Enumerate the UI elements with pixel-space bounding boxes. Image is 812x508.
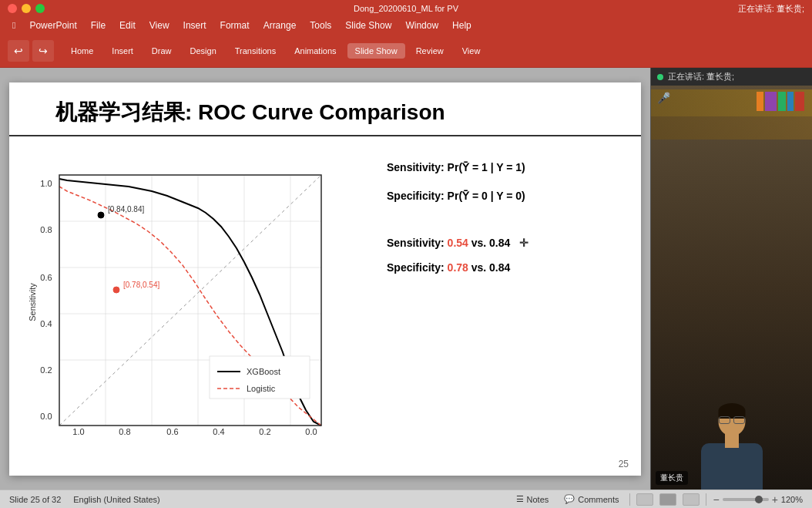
document-title: Dong_20200610_ML for PV	[354, 4, 458, 13]
svg-text:0.6: 0.6	[40, 273, 52, 282]
traffic-lights	[8, 4, 45, 13]
menu-tools[interactable]: Tools	[304, 19, 337, 32]
redo-button[interactable]: ↪	[32, 40, 54, 62]
close-button[interactable]	[8, 4, 17, 13]
tab-insert[interactable]: Insert	[104, 43, 141, 59]
tab-animations[interactable]: Animations	[287, 43, 344, 59]
menu-help[interactable]: Help	[446, 19, 478, 32]
zoom-thumb	[755, 496, 763, 503]
minimize-button[interactable]	[22, 4, 31, 13]
slide-info: Slide 25 of 32	[9, 495, 61, 504]
video-background	[651, 86, 812, 489]
svg-text:[0.78,0.54]: [0.78,0.54]	[123, 281, 159, 289]
zoom-controls: − + 120%	[713, 493, 803, 506]
tab-home[interactable]: Home	[63, 43, 101, 59]
video-frame: 董长贵 🎤	[651, 86, 812, 489]
slide-body: 1.0 0.8 0.6 0.4 0.2 0.0 1.0 0.8 0.6 0.4 …	[9, 144, 641, 441]
menu-slideshow[interactable]: Slide Show	[339, 19, 398, 32]
menu-bar:  PowerPoint File Edit View Insert Forma…	[0, 17, 812, 34]
normal-view-button[interactable]	[636, 493, 653, 506]
slide-area: 机器学习结果: ROC Curve Comparison 1.0 0.8 0.6…	[0, 68, 650, 489]
status-right-area: ☰ Notes 💬 Comments − + 120%	[512, 493, 803, 506]
svg-text:0.8: 0.8	[119, 427, 130, 436]
svg-text:0.2: 0.2	[40, 365, 52, 375]
tab-view[interactable]: View	[455, 43, 488, 59]
notes-icon: ☰	[516, 494, 524, 504]
tab-review[interactable]: Review	[408, 43, 451, 59]
menu-powerpoint[interactable]: PowerPoint	[23, 19, 82, 32]
zoom-level: 120%	[781, 495, 803, 504]
cursor-icon: ✛	[519, 237, 528, 249]
sensitivity-formula: Sensitivity: Pr(Ȳ = 1 | Y = 1)	[387, 160, 618, 176]
comments-button[interactable]: 💬 Comments	[559, 493, 623, 505]
zoom-out-button[interactable]: −	[713, 493, 719, 506]
slide-number: 25	[619, 459, 629, 469]
slide-canvas: 机器学习结果: ROC Curve Comparison 1.0 0.8 0.6…	[9, 82, 641, 476]
video-panel: 正在讲话: 董长贵;	[650, 68, 812, 489]
svg-text:0.0: 0.0	[40, 412, 52, 421]
divider2	[706, 493, 706, 506]
menu-edit[interactable]: Edit	[113, 19, 142, 32]
tab-draw[interactable]: Draw	[144, 43, 180, 59]
speaking-status-text: 正在讲话: 董长贵;	[668, 71, 734, 82]
slide-title: 机器学习结果: ROC Curve Comparison	[9, 82, 641, 136]
sensitivity-metric: Sensitivity: 0.54 vs. 0.84 ✛	[387, 237, 618, 249]
svg-text:0.4: 0.4	[213, 427, 224, 436]
svg-text:0.6: 0.6	[166, 427, 178, 436]
svg-text:0.8: 0.8	[40, 225, 52, 234]
mac-status-area: 正在讲话: 董长贵;	[738, 3, 804, 15]
reading-view-button[interactable]	[683, 493, 700, 506]
svg-point-27	[113, 287, 119, 293]
svg-point-25	[98, 212, 104, 218]
svg-text:1.0: 1.0	[72, 427, 84, 436]
svg-text:Sensitivity: Sensitivity	[28, 282, 37, 321]
video-header: 正在讲话: 董长贵;	[651, 68, 812, 86]
status-bar: Slide 25 of 32 English (United States) ☰…	[0, 489, 812, 508]
comments-icon: 💬	[564, 494, 575, 504]
menu-insert[interactable]: Insert	[177, 19, 213, 32]
chart-container: 1.0 0.8 0.6 0.4 0.2 0.0 1.0 0.8 0.6 0.4 …	[25, 148, 364, 441]
svg-text:Logistic: Logistic	[247, 384, 276, 393]
svg-text:[0.84,0.84]: [0.84,0.84]	[108, 205, 144, 214]
menu-window[interactable]: Window	[399, 19, 445, 32]
menu-apple[interactable]: 	[6, 19, 22, 32]
notes-button[interactable]: ☰ Notes	[512, 493, 554, 505]
menu-arrange[interactable]: Arrange	[257, 19, 303, 32]
undo-button[interactable]: ↩	[8, 40, 29, 62]
speaking-status: 正在讲话: 董长贵;	[738, 3, 804, 15]
main-area: 机器学习结果: ROC Curve Comparison 1.0 0.8 0.6…	[0, 68, 812, 489]
tab-design[interactable]: Design	[183, 43, 224, 59]
roc-chart: 1.0 0.8 0.6 0.4 0.2 0.0 1.0 0.8 0.6 0.4 …	[25, 148, 364, 441]
svg-text:0.2: 0.2	[259, 427, 270, 436]
tab-transitions[interactable]: Transitions	[227, 43, 284, 59]
svg-text:XGBoost: XGBoost	[247, 367, 280, 376]
microphone-icon: 🎤	[657, 92, 670, 104]
svg-text:1.0: 1.0	[40, 179, 52, 188]
zoom-slider[interactable]	[723, 498, 769, 501]
menu-view[interactable]: View	[143, 19, 176, 32]
specificity-formula: Specificity: Pr(Ȳ = 0 | Y = 0)	[387, 188, 618, 204]
slide-right-panel: Sensitivity: Pr(Ȳ = 1 | Y = 1) Specifici…	[379, 144, 626, 441]
maximize-button[interactable]	[35, 4, 45, 13]
svg-text:0.4: 0.4	[40, 319, 52, 328]
tab-slideshow[interactable]: Slide Show	[347, 43, 405, 59]
ribbon: ↩ ↪ Home Insert Draw Design Transitions …	[0, 34, 812, 68]
speaking-indicator	[657, 74, 663, 80]
menu-file[interactable]: File	[85, 19, 112, 32]
menu-format[interactable]: Format	[214, 19, 256, 32]
language-info: English (United States)	[73, 495, 160, 504]
speaker-name-tag: 董长贵	[656, 471, 688, 485]
divider	[629, 493, 630, 506]
svg-text:0.0: 0.0	[305, 427, 317, 436]
zoom-in-button[interactable]: +	[772, 493, 778, 506]
slidesorter-view-button[interactable]	[659, 493, 676, 506]
title-bar: Dong_20200610_ML for PV 正在讲话: 董长贵;	[0, 0, 812, 17]
specificity-metric: Specificity: 0.78 vs. 0.84	[387, 261, 618, 274]
